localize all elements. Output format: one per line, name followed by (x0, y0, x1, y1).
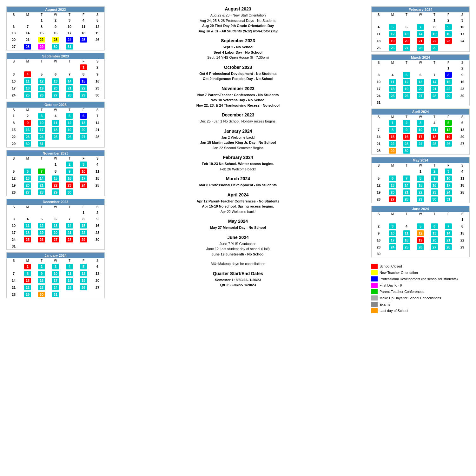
event-line: Sept. 14 YHS Open House (6 - 7:30pm) (111, 55, 365, 60)
mini-cal-header: February 2024 (372, 7, 469, 12)
event-line: Nov 7 Parent-Teacher Conferences - No St… (111, 92, 365, 98)
mini-calendar: February 2024SMTWTFS12345678910111213141… (371, 6, 470, 52)
mini-cal-header: December 2023 (7, 199, 104, 205)
event-line: Jan 22 Second Semester Begins (111, 145, 365, 151)
event-section: February 2024Feb 19-23 No School. Winter… (111, 155, 365, 172)
legend-label: New Teacher Orientation (380, 271, 418, 274)
event-section: March 2024Mar 8 Professional Development… (111, 176, 365, 188)
event-line: June 19 Juneteenth - No School (111, 252, 365, 257)
event-section-title: February 2024 (111, 155, 365, 160)
legend-swatch (371, 302, 378, 307)
event-section: January 2024Jan 2 Welcome back!Jan 15 Ma… (111, 129, 365, 151)
legend-item: First Day K - 9 (371, 283, 470, 288)
left-calendars: August 2023SMTWTFS1234567891011121314151… (6, 6, 105, 314)
event-section: August 2023Aug 22 & 23 - New Staff Orien… (111, 6, 365, 34)
event-section-title: November 2023 (111, 86, 365, 91)
legend-item: New Teacher Orientation (371, 270, 470, 275)
legend-label: Make Up Days for School Cancellations (380, 296, 441, 300)
event-section: September 2023Sept 1 - No SchoolSept 4 L… (111, 38, 365, 60)
event-line: Oct 6 Professional Development - No Stud… (111, 71, 365, 76)
event-line: Feb 19-23 No School. Winter recess begin… (111, 161, 365, 167)
legend-item: Make Up Days for School Cancellations (371, 295, 470, 301)
event-section-title: April 2024 (111, 192, 365, 197)
event-section-title: June 2024 (111, 235, 365, 240)
legend: School ClosedNew Teacher OrientationProf… (371, 264, 470, 313)
event-line: Apr 12 Parent-Teacher Conferences - No S… (111, 199, 365, 204)
legend-label: Professional Development (no school for … (380, 277, 458, 281)
event-line: Aug 29 First Day 9th Grade Orientation D… (111, 23, 365, 29)
event-section-title: December 2023 (111, 112, 365, 117)
mini-calendar: March 2024SMTWTFS12345678910111213141516… (371, 54, 470, 106)
legend-swatch (371, 276, 378, 281)
mini-calendar: May 2024SMTWTFS1234567891011121314151617… (371, 157, 470, 203)
event-line: Dec 25 - Jan 1 No School. Holiday recess… (111, 119, 365, 124)
event-section: October 2023Oct 6 Professional Developme… (111, 65, 365, 82)
event-section-title: Quarter Start/End Dates (111, 271, 365, 276)
mini-cal-header: June 2024 (372, 206, 469, 212)
event-line: Mar 8 Professional Development - No Stud… (111, 182, 365, 188)
mini-calendar: October 2023SMTWTFS123456789101112131415… (6, 102, 105, 148)
event-line: Oct 9 Indigenous Peoples Day - No School (111, 76, 365, 82)
event-section-title: September 2023 (111, 38, 365, 43)
event-line: Semester 1: 8/30/22- 1/20/23 (111, 277, 365, 283)
event-line: Jan 2 Welcome back! (111, 135, 365, 140)
legend-item: Parent-Teacher Conferences (371, 289, 470, 294)
event-section-title: January 2024 (111, 129, 365, 134)
event-line: Sept 1 - No School (111, 44, 365, 50)
main-container: August 2023SMTWTFS1234567891011121314151… (6, 6, 470, 314)
mini-cal-header: May 2024 (372, 157, 469, 163)
mini-cal-header: March 2024 (372, 55, 469, 60)
mini-calendar: January 2024SMTWTFS123456789101112131415… (6, 252, 105, 298)
mini-cal-header: August 2023 (7, 7, 104, 12)
event-line: June 7 YHS Graduation (111, 241, 365, 247)
event-line: Jan 15 Martin Luther King Jr. Day - No S… (111, 140, 365, 145)
event-line: Sept 4 Labor Day - No School (111, 50, 365, 55)
legend-swatch (371, 270, 378, 275)
legend-swatch (371, 283, 378, 288)
mini-cal-header: April 2024 (372, 109, 469, 115)
legend-item: School Closed (371, 264, 470, 269)
middle-col: August 2023Aug 22 & 23 - New Staff Orien… (108, 6, 368, 314)
event-section-title: August 2023 (111, 6, 365, 11)
mini-cal-header: October 2023 (7, 102, 104, 108)
mini-calendar: June 2024SMTWTFS123456789101112131415161… (371, 206, 470, 257)
legend-swatch (371, 264, 378, 269)
event-line: Aug 24, 25 & 28 Professional Days - No S… (111, 18, 365, 23)
legend-item: Exams (371, 302, 470, 307)
legend-item: Professional Development (no school for … (371, 276, 470, 281)
mini-calendar: November 2023SMTWTFS12345678910111213141… (6, 150, 105, 196)
event-line: May 27 Memorial Day - No School (111, 225, 365, 230)
event-line: Nov 10 Veterans Day - No School (111, 97, 365, 103)
event-section-title: March 2024 (111, 176, 365, 181)
event-section: June 2024June 7 YHS GraduationJune 12 La… (111, 235, 365, 257)
mini-cal-header: January 2024 (7, 253, 104, 258)
event-line: Feb 26 Welcome back! (111, 167, 365, 172)
mini-calendar: April 2024SMTWTFS12345678910111213141516… (371, 109, 470, 155)
legend-label: School Closed (380, 264, 402, 268)
legend-label: First Day K - 9 (380, 283, 402, 287)
event-section-title: May 2024 (111, 219, 365, 224)
legend-label: Parent-Teacher Conferences (380, 290, 424, 294)
event-section: May 2024May 27 Memorial Day - No School (111, 219, 365, 230)
right-calendars: February 2024SMTWTFS12345678910111213141… (371, 6, 470, 314)
event-section: April 2024Apr 12 Parent-Teacher Conferen… (111, 192, 365, 215)
event-section-title: October 2023 (111, 65, 365, 70)
event-line: Nov 22, 23, & 24 Thanksgiving Recess - N… (111, 103, 365, 108)
mini-cal-header: September 2023 (7, 53, 104, 59)
event-section: MU=Makeup days for cancellations (111, 261, 365, 267)
mini-calendar: August 2023SMTWTFS1234567891011121314151… (6, 6, 105, 50)
event-line: Qtr 2: 8/30/22- 1/20/23 (111, 282, 365, 288)
mini-calendar: December 2023SMTWTFS12345678910111213141… (6, 199, 105, 250)
mini-calendar: September 2023SMTWTFS1234567891011121314… (6, 53, 105, 99)
event-section: Quarter Start/End DatesSemester 1: 8/30/… (111, 271, 365, 288)
legend-item: Last day of School (371, 308, 470, 313)
event-section: November 2023Nov 7 Parent-Teacher Confer… (111, 86, 365, 108)
legend-swatch (371, 308, 378, 313)
event-line: June 12 Last student day of school (Half… (111, 246, 365, 252)
mini-cal-header: November 2023 (7, 150, 104, 156)
legend-label: Last day of School (380, 309, 408, 313)
event-line: MU=Makeup days for cancellations (111, 261, 365, 267)
event-line: Apr 22 Welcome back! (111, 209, 365, 215)
legend-swatch (371, 289, 378, 294)
event-section: December 2023Dec 25 - Jan 1 No School. H… (111, 112, 365, 124)
